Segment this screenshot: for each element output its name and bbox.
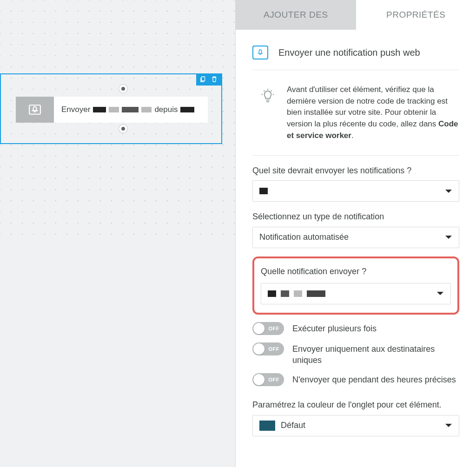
type-select[interactable]: Notification automatisée: [252, 227, 459, 248]
color-select[interactable]: Défaut: [252, 415, 459, 436]
node-prefix: Envoyer: [61, 105, 90, 114]
panel-header-section: Envoyer une notification push web Avant …: [252, 30, 459, 156]
highlighted-field: Quelle notification envoyer ?: [252, 257, 459, 315]
field-label: Sélectionnez un type de notification: [252, 211, 459, 223]
toggle-switch[interactable]: OFF: [252, 373, 284, 386]
node-card[interactable]: Envoyer depuis: [16, 97, 208, 123]
chevron-down-icon: [436, 289, 444, 298]
site-select[interactable]: [252, 180, 459, 202]
toggle-hours: OFF N'envoyer que pendant des heures pré…: [252, 366, 459, 386]
chevron-down-icon: [445, 421, 452, 430]
duplicate-icon[interactable]: [200, 76, 206, 85]
field-label: Quel site devrait envoyer les notificati…: [252, 165, 459, 177]
redacted-text: [180, 107, 194, 112]
redacted-text: [122, 107, 139, 112]
bell-notification-icon: [28, 104, 42, 116]
properties-panel: AJOUTER DES PROPRIÉTÉS Envoyer une notif…: [235, 0, 476, 467]
toggle-multiple: OFF Exécuter plusieurs fois: [252, 315, 459, 335]
lightbulb-icon: [261, 89, 275, 106]
trash-icon[interactable]: [211, 76, 218, 85]
toggle-unique: OFF Envoyer uniquement aux destinataires…: [252, 335, 459, 366]
notification-select[interactable]: [261, 283, 451, 304]
field-label: Quelle notification envoyer ?: [261, 266, 451, 277]
select-value: Défaut: [281, 421, 305, 430]
selected-node[interactable]: Envoyer depuis: [0, 73, 222, 144]
node-port-bottom[interactable]: [119, 125, 127, 133]
redacted-text: [93, 107, 106, 112]
panel-title: Envoyer une notification push web: [278, 47, 420, 58]
field-color: Paramétrez la couleur de l'onglet pour c…: [252, 386, 459, 436]
field-label: Paramétrez la couleur de l'onglet pour c…: [252, 399, 459, 411]
node-text: Envoyer depuis: [54, 105, 194, 114]
field-type: Sélectionnez un type de notification Not…: [252, 202, 459, 248]
field-site: Quel site devrait envoyer les notificati…: [252, 156, 459, 202]
node-toolbar: [196, 74, 221, 86]
node-icon-box: [16, 97, 54, 123]
chevron-down-icon: [445, 186, 452, 196]
tab-add[interactable]: AJOUTER DES: [236, 0, 356, 30]
color-swatch: [259, 421, 275, 431]
toggle-switch[interactable]: OFF: [252, 342, 284, 355]
workflow-canvas[interactable]: Envoyer depuis: [0, 0, 235, 467]
canvas-bg: [0, 237, 235, 467]
panel-tabs: AJOUTER DES PROPRIÉTÉS: [236, 0, 476, 30]
redacted-text: [109, 107, 119, 112]
toggle-switch[interactable]: OFF: [252, 322, 284, 335]
chevron-down-icon: [445, 232, 452, 242]
toggle-label: Envoyer uniquement aux destinataires uni…: [292, 342, 459, 366]
node-middle: depuis: [154, 105, 178, 114]
redacted-text: [141, 107, 152, 112]
node-port-top[interactable]: [119, 85, 127, 93]
tab-properties[interactable]: PROPRIÉTÉS: [356, 0, 476, 30]
info-text: Avant d'utiliser cet élément, vérifiez q…: [287, 84, 459, 141]
push-notification-icon: [252, 46, 268, 59]
select-value: Notification automatisée: [259, 232, 349, 242]
info-callout: Avant d'utiliser cet élément, vérifiez q…: [252, 70, 459, 156]
toggle-label: Exécuter plusieurs fois: [292, 322, 377, 334]
toggle-label: N'envoyer que pendant des heures précise…: [292, 373, 456, 385]
